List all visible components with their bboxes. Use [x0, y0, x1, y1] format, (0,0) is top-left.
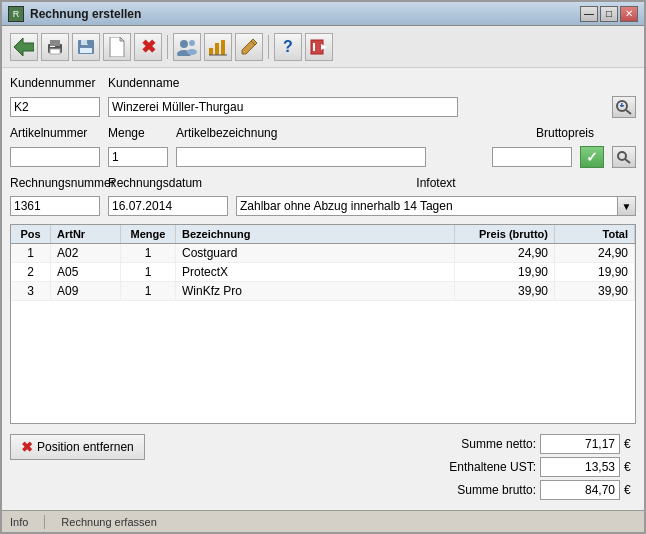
bruttopreis-input[interactable] — [492, 147, 572, 167]
enthaltene-ust-currency: € — [624, 460, 636, 474]
status-bar: Info Rechnung erfassen — [2, 510, 644, 532]
summe-brutto-currency: € — [624, 483, 636, 497]
cell-preis: 39,90 — [455, 282, 555, 300]
main-window: R Rechnung erstellen — □ ✕ ✖ — [0, 0, 646, 534]
infotext-dropdown-button[interactable]: ▼ — [618, 196, 636, 216]
remove-position-button[interactable]: ✖ Position entfernen — [10, 434, 145, 460]
rechnungsdatum-label: Rechnungsdatum — [108, 176, 228, 190]
menge-input[interactable] — [108, 147, 168, 167]
info-label: Info — [10, 516, 28, 528]
summe-netto-label: Summe netto: — [426, 437, 536, 451]
customer-search-button[interactable] — [612, 96, 636, 118]
infotext-input[interactable] — [236, 196, 618, 216]
bruttopreis-label: Bruttopreis — [536, 126, 636, 140]
status-separator — [44, 515, 45, 529]
cell-total: 39,90 — [555, 282, 635, 300]
cell-bezeichnung: ProtectX — [176, 263, 455, 281]
infotext-label: Infotext — [236, 176, 636, 190]
table-row[interactable]: 3 A09 1 WinKfz Pro 39,90 39,90 — [11, 282, 635, 301]
svg-point-14 — [187, 49, 197, 55]
svg-rect-2 — [50, 40, 60, 46]
toolbar-separator-1 — [167, 35, 168, 59]
print-button[interactable] — [41, 33, 69, 61]
content-area: Kundennummer Kundenname Artikelnummer Me… — [2, 68, 644, 510]
enthaltene-ust-value — [540, 457, 620, 477]
back-button[interactable] — [10, 33, 38, 61]
header-preis: Preis (brutto) — [455, 225, 555, 243]
toolbar: ✖ ? — [2, 26, 644, 68]
customer-number-input[interactable] — [10, 97, 100, 117]
svg-point-11 — [180, 40, 188, 48]
svg-rect-28 — [621, 103, 623, 107]
infotext-combo: ▼ — [236, 196, 636, 216]
customer-row-fields — [10, 96, 636, 118]
remove-icon: ✖ — [21, 439, 33, 455]
customer-name-input[interactable] — [108, 97, 458, 117]
table-row[interactable]: 1 A02 1 Costguard 24,90 24,90 — [11, 244, 635, 263]
cell-artnr: A09 — [51, 282, 121, 300]
svg-rect-3 — [50, 49, 60, 54]
svg-rect-8 — [87, 40, 89, 44]
article-row-fields: ✓ — [10, 146, 636, 168]
chart-button[interactable] — [204, 33, 232, 61]
header-menge: Menge — [121, 225, 176, 243]
rechnungsnummer-label: Rechnungsnummer — [10, 176, 100, 190]
exit-button[interactable] — [305, 33, 333, 61]
delete-button[interactable]: ✖ — [134, 33, 162, 61]
cell-pos: 1 — [11, 244, 51, 262]
cell-bezeichnung: WinKfz Pro — [176, 282, 455, 300]
maximize-button[interactable]: □ — [600, 6, 618, 22]
totals-section: Summe netto: € Enthaltene UST: € Summe b… — [426, 434, 636, 500]
minimize-button[interactable]: — — [580, 6, 598, 22]
window-icon: R — [8, 6, 24, 22]
remove-position-label: Position entfernen — [37, 440, 134, 454]
toolbar-separator-2 — [268, 35, 269, 59]
rechnungsdatum-input[interactable] — [108, 196, 228, 216]
artikel-bez-input[interactable] — [176, 147, 426, 167]
svg-rect-16 — [215, 43, 219, 55]
menge-label: Menge — [108, 126, 168, 140]
invoice-row-labels: Rechnungsnummer Rechnungsdatum Infotext — [10, 176, 636, 190]
svg-rect-6 — [81, 40, 88, 45]
svg-marker-0 — [14, 38, 34, 56]
help-button[interactable]: ? — [274, 33, 302, 61]
summe-brutto-row: Summe brutto: € — [426, 480, 636, 500]
summe-netto-value — [540, 434, 620, 454]
cell-menge: 1 — [121, 282, 176, 300]
save-button[interactable] — [72, 33, 100, 61]
customer-row-labels: Kundennummer Kundenname — [10, 76, 636, 90]
cell-total: 19,90 — [555, 263, 635, 281]
summe-netto-currency: € — [624, 437, 636, 451]
cell-menge: 1 — [121, 263, 176, 281]
title-bar: R Rechnung erstellen — □ ✕ — [2, 2, 644, 26]
svg-point-29 — [618, 152, 626, 160]
article-number-label: Artikelnummer — [10, 126, 100, 140]
invoice-row-fields: ▼ — [10, 196, 636, 216]
title-buttons: — □ ✕ — [580, 6, 638, 22]
new-document-button[interactable] — [103, 33, 131, 61]
svg-marker-10 — [120, 37, 124, 41]
cell-artnr: A05 — [51, 263, 121, 281]
svg-marker-23 — [321, 44, 327, 50]
edit-button[interactable] — [235, 33, 263, 61]
users-button[interactable] — [173, 33, 201, 61]
article-search-button[interactable] — [612, 146, 636, 168]
cell-bezeichnung: Costguard — [176, 244, 455, 262]
summe-brutto-label: Summe brutto: — [426, 483, 536, 497]
bottom-bar: ✖ Position entfernen Summe netto: € Enth… — [10, 428, 636, 502]
artikel-bez-label: Artikelbezeichnung — [176, 126, 426, 140]
header-artnr: ArtNr — [51, 225, 121, 243]
cell-pos: 3 — [11, 282, 51, 300]
window-title: Rechnung erstellen — [30, 7, 574, 21]
article-number-input[interactable] — [10, 147, 100, 167]
header-total: Total — [555, 225, 635, 243]
svg-point-13 — [189, 40, 195, 46]
table-row[interactable]: 2 A05 1 ProtectX 19,90 19,90 — [11, 263, 635, 282]
close-button[interactable]: ✕ — [620, 6, 638, 22]
cell-total: 24,90 — [555, 244, 635, 262]
svg-rect-17 — [221, 40, 225, 55]
enthaltene-ust-row: Enthaltene UST: € — [426, 457, 636, 477]
enthaltene-ust-label: Enthaltene UST: — [426, 460, 536, 474]
confirm-article-button[interactable]: ✓ — [580, 146, 604, 168]
rechnungsnummer-input[interactable] — [10, 196, 100, 216]
